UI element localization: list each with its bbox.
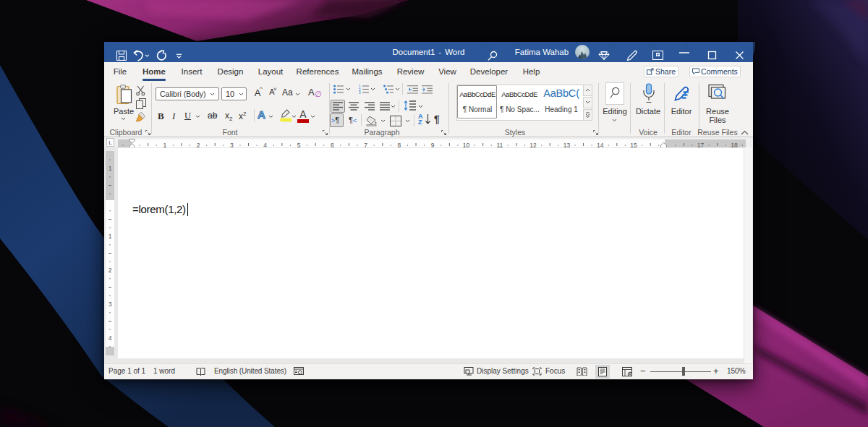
svg-text:4: 4 [263,142,267,147]
svg-text:15: 15 [630,142,637,147]
svg-text:17: 17 [697,142,705,147]
svg-text:3: 3 [359,91,361,94]
svg-text:2: 2 [197,142,200,147]
svg-text:3: 3 [109,301,112,308]
svg-text:7: 7 [364,142,367,147]
svg-text:13: 13 [563,142,571,147]
svg-text:12: 12 [529,142,537,147]
svg-text:2: 2 [109,267,112,274]
svg-text:14: 14 [597,142,604,147]
svg-text:5: 5 [297,142,301,147]
svg-text:4: 4 [109,335,112,342]
svg-text:1: 1 [109,233,112,240]
svg-text:10: 10 [463,142,470,147]
svg-text:1: 1 [163,142,166,147]
svg-text:9: 9 [431,142,435,147]
svg-text:8: 8 [398,142,401,147]
svg-text:3: 3 [230,142,234,147]
svg-text:11: 11 [496,142,503,147]
svg-text:18: 18 [731,142,738,147]
svg-text:6: 6 [331,142,334,147]
svg-text:1: 1 [109,165,112,172]
